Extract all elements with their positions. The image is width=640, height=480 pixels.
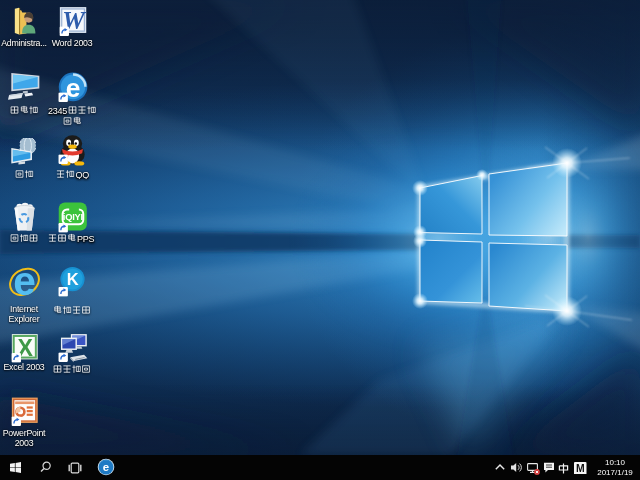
- svg-text:e: e: [103, 461, 109, 473]
- svg-text:2345: 2345: [48, 106, 67, 116]
- svg-text:iQIYI: iQIYI: [62, 212, 82, 222]
- svg-text:M: M: [576, 463, 585, 474]
- svg-text:e: e: [13, 267, 35, 300]
- svg-text:QQ: QQ: [75, 170, 89, 180]
- svg-text:e: e: [65, 73, 79, 103]
- svg-text:K: K: [66, 270, 78, 288]
- svg-text:PPS: PPS: [77, 234, 95, 244]
